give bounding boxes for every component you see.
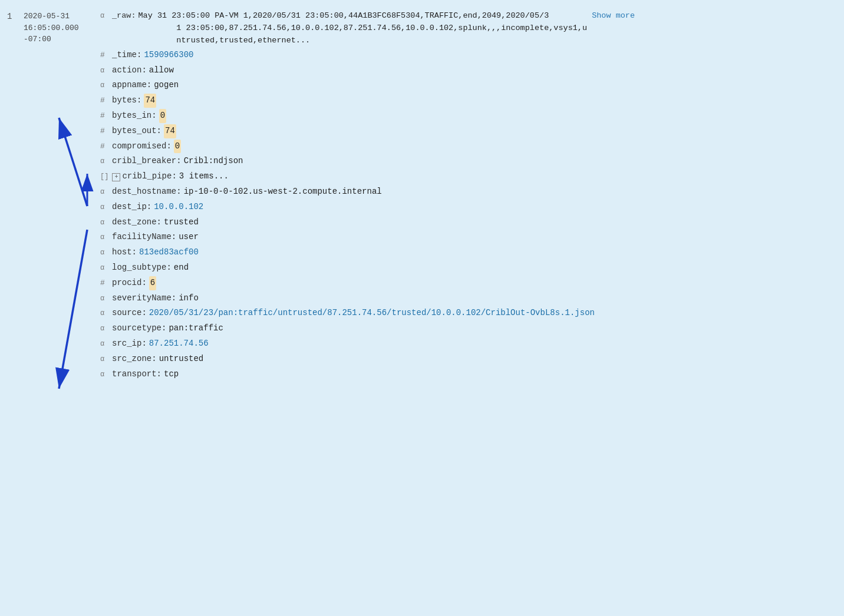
field-line: αaction: allow xyxy=(100,63,832,78)
field-value: tcp xyxy=(164,367,179,382)
field-name-label: bytes_in: xyxy=(112,109,157,123)
field-line: #bytes_out: 74 xyxy=(100,124,832,139)
field-value: Cribl:ndjson xyxy=(184,154,243,168)
field-value[interactable]: 2020/05/31/23/pan:traffic/untrusted/87.2… xyxy=(149,306,595,320)
field-name-label: src_zone: xyxy=(112,352,157,366)
hash-type-icon: # xyxy=(100,49,108,62)
alpha-type-icon: α xyxy=(100,323,108,335)
field-name-label: dest_hostname: xyxy=(112,185,182,199)
field-value[interactable]: 1590966300 xyxy=(144,48,193,62)
field-value: trusted xyxy=(164,216,199,230)
field-name-label: appname: xyxy=(112,78,151,92)
field-value: 3 items... xyxy=(179,170,229,184)
fields-col: α _raw: May 31 23:05:00 PA-VM 1,2020/05/… xyxy=(100,6,844,385)
alpha-type-icon: α xyxy=(100,307,108,319)
field-name-label: _time: xyxy=(112,48,141,62)
field-line: αfacilityName: user xyxy=(100,230,832,245)
tz-value: -07:00 xyxy=(24,34,94,45)
alpha-type-icon: α xyxy=(100,155,108,167)
field-line: αtransport: tcp xyxy=(100,367,832,382)
alpha-type-icon: α xyxy=(100,186,108,198)
hash-type-icon: # xyxy=(100,110,108,122)
field-name-label: facilityName: xyxy=(112,230,176,244)
field-line: αlog_subtype: end xyxy=(100,260,832,276)
fields-list: #_time: 1590966300αaction: allowαappname… xyxy=(100,48,832,382)
field-line: αdest_hostname: ip-10-0-0-102.us-west-2.… xyxy=(100,184,832,200)
field-value: untrusted xyxy=(159,352,204,366)
field-line: αhost: 813ed83acf00 xyxy=(100,245,832,260)
alpha-type-icon: α xyxy=(100,80,108,91)
raw-alpha-icon: α xyxy=(100,11,108,22)
hash-type-icon: # xyxy=(100,94,108,107)
field-value: 6 xyxy=(149,276,156,290)
field-line: αdest_zone: trusted xyxy=(100,215,832,230)
field-name-label: cribl_pipe: xyxy=(122,170,176,184)
field-name-label: src_ip: xyxy=(112,337,147,351)
field-line: #bytes: 74 xyxy=(100,93,832,108)
field-line: αappname: gogen xyxy=(100,78,832,93)
time-value: 16:05:00.000 xyxy=(24,22,94,34)
field-value[interactable]: 87.251.74.56 xyxy=(149,337,209,351)
field-name-label: cribl_breaker: xyxy=(112,154,182,168)
alpha-type-icon: α xyxy=(100,201,108,213)
field-name-label: compromised: xyxy=(112,140,172,154)
field-line: αsourcetype: pan:traffic xyxy=(100,321,832,336)
field-name-label: severityName: xyxy=(112,292,176,306)
raw-field: α _raw: May 31 23:05:00 PA-VM 1,2020/05/… xyxy=(100,9,832,48)
field-name-label: dest_ip: xyxy=(112,200,151,214)
timestamp-col: 2020-05-31 16:05:00.000 -07:00 xyxy=(24,6,100,45)
field-name-label: bytes_out: xyxy=(112,124,161,138)
show-more-link[interactable]: Show more xyxy=(592,10,635,22)
field-name-label: source: xyxy=(112,306,147,320)
raw-field-value: May 31 23:05:00 PA-VM 1,2020/05/31 23:05… xyxy=(139,10,588,47)
field-line: αsource: 2020/05/31/23/pan:traffic/untru… xyxy=(100,306,832,321)
alpha-type-icon: α xyxy=(100,217,108,228)
field-line: #procid: 6 xyxy=(100,276,832,291)
field-name-label: host: xyxy=(112,246,137,260)
alpha-type-icon: α xyxy=(100,369,108,380)
hash-type-icon: # xyxy=(100,140,108,153)
alpha-type-icon: α xyxy=(100,338,108,350)
field-line: []+cribl_pipe: 3 items... xyxy=(100,169,832,184)
field-value: 0 xyxy=(159,109,166,123)
log-row: 1 2020-05-31 16:05:00.000 -07:00 α _raw:… xyxy=(0,6,844,385)
row-number: 1 xyxy=(0,6,24,23)
field-line: αseverityName: info xyxy=(100,291,832,306)
field-value: info xyxy=(179,292,199,306)
hash-type-icon: # xyxy=(100,125,108,138)
alpha-type-icon: α xyxy=(100,231,108,243)
field-line: αdest_ip: 10.0.0.102 xyxy=(100,200,832,215)
field-value: gogen xyxy=(154,78,179,92)
field-value: pan:traffic xyxy=(169,322,223,336)
field-value: end xyxy=(174,261,189,275)
raw-field-name: _raw: xyxy=(112,10,136,22)
date-value: 2020-05-31 xyxy=(24,11,94,22)
field-name-label: dest_zone: xyxy=(112,216,161,230)
alpha-type-icon: α xyxy=(100,247,108,259)
alpha-type-icon: α xyxy=(100,293,108,304)
field-value: 74 xyxy=(164,124,176,138)
field-value[interactable]: 813ed83acf00 xyxy=(139,246,199,260)
hash-type-icon: # xyxy=(100,277,108,290)
field-line: αcribl_breaker: Cribl:ndjson xyxy=(100,154,832,169)
field-line: αsrc_ip: 87.251.74.56 xyxy=(100,336,832,352)
field-name-label: log_subtype: xyxy=(112,261,172,275)
expand-icon[interactable]: + xyxy=(112,173,120,181)
field-value[interactable]: 10.0.0.102 xyxy=(154,200,203,214)
field-value: 0 xyxy=(174,140,181,154)
field-value: allow xyxy=(149,64,174,78)
field-name-label: transport: xyxy=(112,367,161,382)
field-value: ip-10-0-0-102.us-west-2.compute.internal xyxy=(184,185,382,199)
alpha-type-icon: α xyxy=(100,65,108,77)
field-line: #_time: 1590966300 xyxy=(100,48,832,63)
row-number-value: 1 xyxy=(7,12,12,21)
field-line: #bytes_in: 0 xyxy=(100,108,832,124)
alpha-type-icon: α xyxy=(100,262,108,274)
field-name-label: action: xyxy=(112,64,147,78)
field-name-label: sourcetype: xyxy=(112,322,166,336)
field-value: user xyxy=(179,230,199,244)
field-line: αsrc_zone: untrusted xyxy=(100,352,832,367)
log-container: 1 2020-05-31 16:05:00.000 -07:00 α _raw:… xyxy=(0,0,844,616)
array-type-icon: [] xyxy=(100,171,108,183)
field-value: 74 xyxy=(144,94,156,108)
